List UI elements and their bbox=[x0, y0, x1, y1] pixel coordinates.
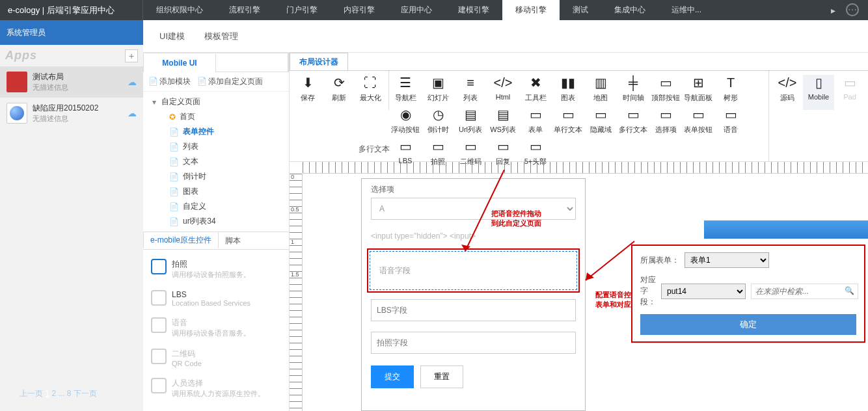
comp-html[interactable]: </>Html bbox=[487, 75, 519, 107]
maximize-button[interactable]: ⛶最大化 bbox=[355, 75, 386, 110]
topnav-content[interactable]: 内容引擎 bbox=[331, 0, 388, 20]
subnav-uimodel[interactable]: UI建模 bbox=[159, 31, 185, 42]
comp-voice[interactable]: ▭语音 bbox=[714, 107, 747, 139]
comp-multitext[interactable]: ▭多行文本 bbox=[617, 107, 649, 139]
tree-countdown[interactable]: 📄倒计时 bbox=[150, 169, 289, 184]
app-item-test[interactable]: 测试布局 无描述信息 ☁ bbox=[0, 66, 143, 98]
add-module-button[interactable]: 📄添加模块 bbox=[148, 76, 191, 87]
comp-navbar[interactable]: ☰导航栏 bbox=[389, 75, 422, 107]
tab-empty[interactable] bbox=[216, 53, 288, 72]
comp-formbtn[interactable]: ▭表单按钮 bbox=[682, 107, 714, 139]
submit-button[interactable]: 提交 bbox=[371, 365, 414, 388]
comp-navpanel[interactable]: ⊞导航面板 bbox=[682, 75, 714, 107]
refresh-button[interactable]: ⟳刷新 bbox=[323, 75, 355, 110]
pager-dots: ... bbox=[58, 389, 64, 398]
add-app-button[interactable]: + bbox=[125, 49, 138, 62]
comp-map[interactable]: ▥地图 bbox=[584, 75, 617, 107]
app-title: 测试布局 bbox=[33, 72, 68, 83]
pager-2[interactable]: 2 bbox=[51, 389, 56, 398]
camera-icon bbox=[151, 259, 167, 274]
canvas-side-label: 多行文本 bbox=[359, 144, 390, 155]
select-field[interactable]: A bbox=[371, 198, 576, 220]
toolbar-views: </>源码 ▯Mobile ▭Pad bbox=[769, 71, 868, 110]
tree-text[interactable]: 📄文本 bbox=[150, 154, 289, 169]
widget-lbs[interactable]: LBSLocation Based Services bbox=[143, 285, 289, 312]
pad-view-button[interactable]: ▭Pad bbox=[834, 75, 865, 110]
tab-layout-designer[interactable]: 布局设计器 bbox=[290, 53, 348, 70]
comp-hidden[interactable]: ▭隐藏域 bbox=[584, 107, 617, 139]
cloud-icon: ☁ bbox=[128, 77, 137, 87]
apps-header: Apps + bbox=[0, 45, 143, 66]
code-icon: </> bbox=[772, 75, 803, 90]
comp-floatbtn[interactable]: ◉浮动按钮 bbox=[389, 107, 422, 139]
topnav-appcenter[interactable]: 应用中心 bbox=[388, 0, 445, 20]
comp-timeline[interactable]: ╪时间轴 bbox=[617, 75, 649, 107]
tree-custom[interactable]: 📄自定义 bbox=[150, 199, 289, 214]
topnav-org[interactable]: 组织权限中心 bbox=[143, 0, 216, 20]
topnav-more-icon[interactable]: ▸ bbox=[831, 0, 835, 20]
widget-voice[interactable]: 语音调用移动设备语音服务。 bbox=[143, 312, 289, 343]
comp-toolbar[interactable]: ✖工具栏 bbox=[519, 75, 552, 107]
comp-wslist[interactable]: ▤WS列表 bbox=[487, 107, 519, 139]
tab-mobileui[interactable]: Mobile UI bbox=[144, 54, 216, 72]
app-sub: 无描述信息 bbox=[33, 83, 68, 92]
widget-person[interactable]: 人员选择调用系统人力资源原生控件。 bbox=[143, 373, 289, 404]
mobile-canvas[interactable]: 选择项 A <input type="hidden"> <input> 语音字段… bbox=[361, 178, 586, 411]
voice-icon bbox=[151, 317, 167, 333]
comp-tree[interactable]: T树形 bbox=[714, 75, 747, 107]
form-select[interactable]: 表单1 bbox=[685, 252, 769, 268]
select-label: 选择项 bbox=[371, 184, 576, 195]
pager-next[interactable]: 下一页 bbox=[74, 389, 97, 398]
lbs-field[interactable] bbox=[371, 299, 576, 321]
search-icon[interactable]: 🔍 bbox=[845, 286, 854, 295]
tree-home[interactable]: ✪首页 bbox=[150, 109, 289, 124]
pager-1[interactable]: 1 bbox=[45, 389, 49, 398]
topnav-integrate[interactable]: 集成中心 bbox=[601, 0, 658, 20]
search-input[interactable] bbox=[751, 284, 858, 299]
comp-form[interactable]: ▭表单 bbox=[519, 107, 552, 139]
tablet-icon: ▭ bbox=[834, 75, 865, 90]
tab-script[interactable]: 脚本 bbox=[219, 232, 247, 249]
topnav-portal[interactable]: 门户引擎 bbox=[273, 0, 331, 20]
comp-topbtn[interactable]: ▭顶部按钮 bbox=[649, 75, 682, 107]
widget-qrcode[interactable]: 二维码QR Code bbox=[143, 343, 289, 373]
tree-form-controls[interactable]: 📄表单控件 bbox=[150, 124, 289, 139]
reset-button[interactable]: 重置 bbox=[420, 365, 463, 388]
native-tabs: e-mobile原生控件 脚本 bbox=[143, 232, 289, 250]
topnav-workflow[interactable]: 流程引擎 bbox=[216, 0, 273, 20]
source-button[interactable]: </>源码 bbox=[772, 75, 803, 110]
save-button[interactable]: ⬇保存 bbox=[292, 75, 323, 110]
comp-urllist[interactable]: ▤Url列表 bbox=[454, 107, 487, 139]
comp-chart[interactable]: ▮▮图表 bbox=[552, 75, 584, 107]
topnav-test[interactable]: 测试 bbox=[560, 0, 601, 20]
top-more-icon[interactable]: ⋯ bbox=[846, 3, 859, 16]
mobile-view-button[interactable]: ▯Mobile bbox=[803, 75, 834, 110]
topnav-mobile[interactable]: 移动引擎 bbox=[502, 0, 560, 20]
tree-actions: 📄添加模块 📄添加自定义页面 bbox=[143, 72, 289, 92]
confirm-button[interactable]: 确定 bbox=[640, 314, 856, 335]
tree-chart[interactable]: 📄图表 bbox=[150, 184, 289, 199]
tree-root[interactable]: 自定义页面 bbox=[150, 94, 289, 109]
app-item-defect[interactable]: 缺陷应用20150202 无描述信息 ☁ bbox=[0, 98, 143, 129]
comp-select[interactable]: ▭选择项 bbox=[649, 107, 682, 139]
comp-list[interactable]: ≡列表 bbox=[454, 75, 487, 107]
comp-singletext[interactable]: ▭单行文本 bbox=[552, 107, 584, 139]
subnav-template[interactable]: 模板管理 bbox=[204, 31, 238, 42]
widget-camera[interactable]: 拍照调用移动设备拍照服务。 bbox=[143, 254, 289, 285]
tree-urllist[interactable]: 📄url列表34 bbox=[150, 214, 289, 229]
tree-list[interactable]: 📄列表 bbox=[150, 139, 289, 154]
location-icon bbox=[151, 290, 167, 306]
comp-countdown[interactable]: ◷倒计时 bbox=[422, 107, 454, 139]
mobile-icon: ▯ bbox=[803, 75, 834, 90]
photo-field[interactable] bbox=[371, 332, 576, 354]
topnav-ops[interactable]: 运维中... bbox=[658, 0, 714, 20]
add-custom-page-button[interactable]: 📄添加自定义页面 bbox=[197, 76, 263, 87]
voice-field[interactable]: 语音字段 bbox=[370, 251, 577, 290]
expand-icon: ⛶ bbox=[355, 75, 386, 90]
comp-slideshow[interactable]: ▣幻灯片 bbox=[422, 75, 454, 107]
tab-native[interactable]: e-mobile原生控件 bbox=[143, 232, 219, 248]
canvas-buttons: 提交 重置 bbox=[362, 359, 585, 395]
pager-prev[interactable]: 上一页 bbox=[20, 389, 43, 398]
topnav-model[interactable]: 建模引擎 bbox=[445, 0, 502, 20]
field-select[interactable]: put14 bbox=[661, 284, 746, 299]
